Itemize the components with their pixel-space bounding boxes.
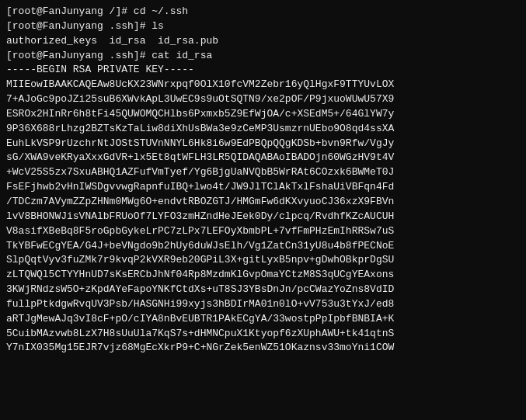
terminal-output: sG/XWA9veKRyaXxxGdVR+lx5Et8qtWFLH3LR5QID… xyxy=(6,151,520,165)
terminal-output: FsEFjhwb2vHnIWSDgvvwgRapnfuIBQ+lwo4t/JW9… xyxy=(6,180,520,195)
terminal-prompt: [root@FanJunyang /]# cd ~/.ssh xyxy=(6,5,520,19)
terminal-output: TkYBFwECgYEA/G4J+beVNgdo9b2hUy6duWJsElh/… xyxy=(6,239,520,254)
terminal-output: EuhLkVSP9rUzchrNtJOStSTUVnNNYL6Hk8i6w9Ed… xyxy=(6,137,520,151)
terminal-output: lvV8BHONWJisVNAlbFRUoOf7LYFO3zmHZndHeJEe… xyxy=(6,210,520,224)
terminal-output: 3KWjRNdzsW5O+zKpdAYeFapoYNKfCtdXs+uT8SJ3… xyxy=(6,283,520,297)
terminal-prompt: [root@FanJunyang .ssh]# ls xyxy=(6,19,520,34)
terminal-output: authorized_keys id_rsa id_rsa.pub xyxy=(6,34,520,49)
terminal-output: SlpQqtVyv3fuZMk7r9kvqP2kVXR9eb20GPiL3X+g… xyxy=(6,253,520,268)
terminal-output: +WcV25S5zx7SxuABHQ1AZFufVmTyef/Yg6BjgUaN… xyxy=(6,165,520,180)
terminal-output: aRTJgMewAJq3vI8cF+pO/cIYA8nBvEUBTR1PAkEC… xyxy=(6,312,520,327)
terminal-output: ESROx2HInRr6h8tFi45QUWOMQCHlbs6Pxmxb5Z9E… xyxy=(6,107,520,122)
terminal-output: fullpPtkdgwRvqUV3Psb/HASGNHi99xyjs3hBDIr… xyxy=(6,297,520,312)
terminal-output: 5CuibMAzvwb8LzX7H8sUuUla7KqS7s+dHMNCpuX1… xyxy=(6,327,520,342)
terminal-output: 7+AJoGc9poJZi25suB6XWvkApL3UwEC9s9uOtSQT… xyxy=(6,92,520,107)
terminal-output: MIIEowIBAAKCAQEAw8UcKX23WNrxpqf0OlX10fcV… xyxy=(6,78,520,92)
terminal-window: [root@FanJunyang /]# cd ~/.ssh[root@FanJ… xyxy=(6,5,520,356)
terminal-output: -----BEGIN RSA PRIVATE KEY----- xyxy=(6,63,520,78)
terminal-output: zLTQWQl5CTYYHnUD7sKsERCbJhNf04Rp8MzdmKlG… xyxy=(6,268,520,283)
terminal-output: Y7nIX035Mg15EJR7vjz68MgEcXkrP9+C+NGrZek5… xyxy=(6,341,520,356)
terminal-prompt: [root@FanJunyang .ssh]# cat id_rsa xyxy=(6,49,520,64)
terminal-output: 9P36X688rLhzg2BZTsKzTaLiw8diXhUsBWa3e9zC… xyxy=(6,122,520,137)
terminal-output: /TDCzm7AVymZZpZHNm0MWg6O+endvtRBOZGTJ/HM… xyxy=(6,195,520,210)
terminal-output: V8asifXBeBq8F5roGpbGykeLrPC7zLPx7LEFOyXb… xyxy=(6,224,520,239)
